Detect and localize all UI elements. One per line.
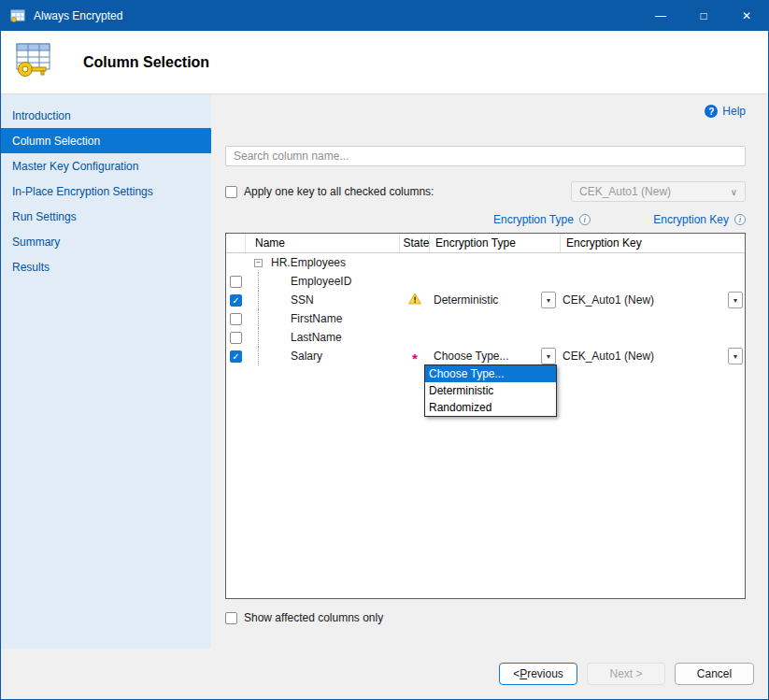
tree-line <box>258 347 259 365</box>
required-icon: * <box>412 354 418 364</box>
sidebar-item-run-settings[interactable]: Run Settings <box>1 204 211 229</box>
column-name: SSN <box>291 293 314 307</box>
table-group-row: − HR.Employees <box>226 253 745 272</box>
sidebar-item-in-place-encryption-settings[interactable]: In-Place Encryption Settings <box>1 179 211 204</box>
title-bar: Always Encrypted — □ ✕ <box>1 1 768 31</box>
close-button[interactable]: ✕ <box>725 1 768 31</box>
row-checkbox[interactable]: ✓ <box>230 350 242 363</box>
previous-button[interactable]: < Previous <box>499 663 577 685</box>
dropdown-arrow-icon[interactable]: ▾ <box>728 292 743 308</box>
columns-grid: Name State Encryption Type Encryption Ke… <box>225 233 746 599</box>
wizard-header: Column Selection <box>1 31 768 94</box>
dropdown-option-deterministic[interactable]: Deterministic <box>425 382 556 399</box>
cek-key-dropdown[interactable]: CEK_Auto1 (New) ∨ <box>571 181 746 202</box>
column-name: Salary <box>291 350 322 363</box>
header-name[interactable]: Name <box>246 234 400 252</box>
tree-line <box>258 291 259 309</box>
window-title: Always Encrypted <box>34 9 122 22</box>
encryption-key-info-icon[interactable]: i <box>734 214 746 225</box>
collapse-expander-icon[interactable]: − <box>254 259 263 267</box>
show-affected-label: Show affected columns only <box>244 611 383 624</box>
warning-icon <box>408 293 421 307</box>
column-name: EmployeeID <box>291 275 351 288</box>
header-state[interactable]: State <box>400 234 430 252</box>
tree-line <box>258 309 259 328</box>
apply-one-key-label: Apply one key to all checked columns: <box>244 185 434 198</box>
encryption-key-combobox[interactable]: CEK_Auto1 (New) ▾ <box>561 348 745 364</box>
tree-line <box>258 272 259 291</box>
encryption-type-dropdown-list: Choose Type... Deterministic Randomized <box>424 364 557 417</box>
column-name: LastName <box>291 331 342 344</box>
help-icon: ? <box>705 105 718 118</box>
dropdown-option-randomized[interactable]: Randomized <box>425 399 556 416</box>
column-name: FirstName <box>291 312 342 325</box>
encryption-key-link[interactable]: Encryption Key <box>653 213 729 226</box>
encryption-type-combobox[interactable]: Deterministic ▾ <box>430 292 561 308</box>
encryption-type-info-icon[interactable]: i <box>579 214 591 225</box>
column-selection-page: ? Help Apply one key to all checked colu… <box>211 94 769 649</box>
table-key-icon <box>14 41 55 83</box>
show-affected-checkbox[interactable] <box>225 612 237 624</box>
row-checkbox[interactable] <box>230 332 242 344</box>
table-row[interactable]: FirstName <box>226 309 745 328</box>
cancel-button[interactable]: Cancel <box>675 663 754 685</box>
header-encryption-key[interactable]: Encryption Key <box>561 234 745 252</box>
search-input[interactable] <box>225 146 746 166</box>
table-row[interactable]: LastName <box>226 328 745 347</box>
header-encryption-type[interactable]: Encryption Type <box>430 234 561 252</box>
maximize-button[interactable]: □ <box>682 1 725 31</box>
next-button[interactable]: Next > <box>587 663 665 685</box>
row-checkbox[interactable] <box>230 313 242 325</box>
app-icon <box>10 8 25 23</box>
encryption-type-link[interactable]: Encryption Type <box>493 213 574 226</box>
minimize-button[interactable]: — <box>639 1 682 31</box>
sidebar-item-results[interactable]: Results <box>1 254 211 279</box>
wizard-footer: < Previous Next > Cancel <box>1 649 768 699</box>
chevron-down-icon: ∨ <box>731 187 737 197</box>
apply-one-key-checkbox[interactable] <box>225 186 237 198</box>
dropdown-arrow-icon[interactable]: ▾ <box>728 348 743 364</box>
help-link[interactable]: Help <box>722 105 746 118</box>
sidebar-item-introduction[interactable]: Introduction <box>1 103 211 128</box>
table-row[interactable]: EmployeeID <box>226 272 745 291</box>
row-checkbox[interactable]: ✓ <box>230 294 242 307</box>
dropdown-arrow-icon[interactable]: ▾ <box>541 348 556 364</box>
dropdown-arrow-icon[interactable]: ▾ <box>541 292 556 308</box>
always-encrypted-wizard-window: Always Encrypted — □ ✕ Column Selection <box>0 0 769 700</box>
row-checkbox[interactable] <box>230 276 242 288</box>
dropdown-option-choose-type[interactable]: Choose Type... <box>425 365 556 382</box>
encryption-type-combobox[interactable]: Choose Type... ▾ <box>430 348 561 364</box>
sidebar-item-column-selection[interactable]: Column Selection <box>1 128 211 153</box>
sidebar-item-summary[interactable]: Summary <box>1 229 211 254</box>
sidebar-item-master-key-configuration[interactable]: Master Key Configuration <box>1 153 211 179</box>
table-row[interactable]: ✓ SSN Deterministic <box>226 291 745 309</box>
table-name: HR.Employees <box>271 256 346 269</box>
tree-line <box>258 328 259 347</box>
grid-header-row: Name State Encryption Type Encryption Ke… <box>226 234 745 253</box>
table-row[interactable]: ✓ Salary * Choose Type... ▾ CEK_Auto1 (N… <box>226 347 745 365</box>
wizard-steps-sidebar: Introduction Column Selection Master Key… <box>1 94 211 649</box>
page-title: Column Selection <box>83 54 209 71</box>
encryption-key-combobox[interactable]: CEK_Auto1 (New) ▾ <box>561 292 745 308</box>
